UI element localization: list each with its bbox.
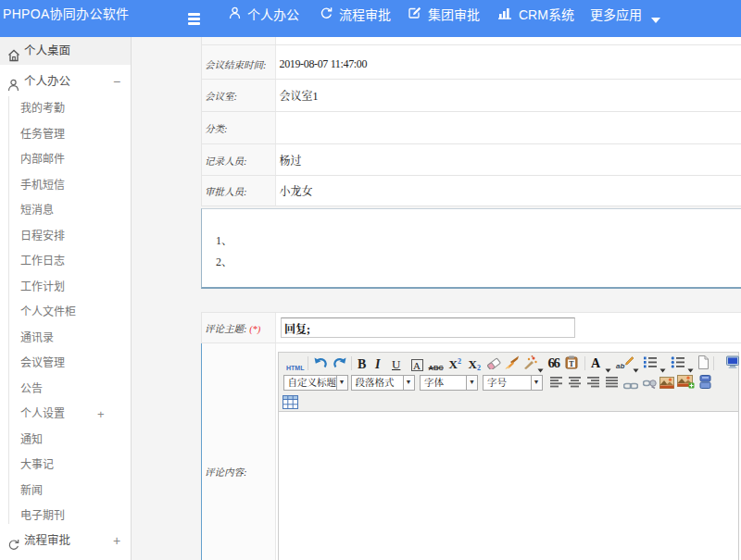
svg-text:T: T <box>569 360 574 368</box>
